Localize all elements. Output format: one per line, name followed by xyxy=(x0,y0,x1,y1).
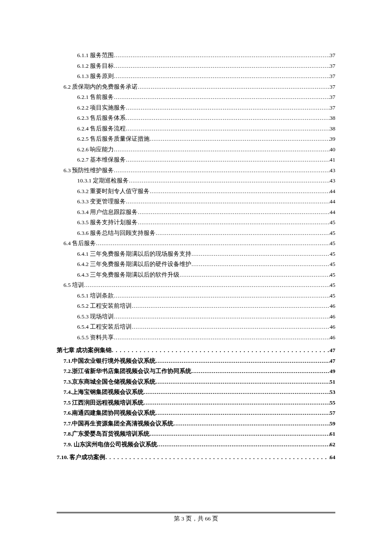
toc-label: 7.9. 山东滨州电信公司视频会议系统 xyxy=(63,439,157,450)
toc-label: 6.3.2 重要时刻专人值守服务 xyxy=(77,186,150,197)
toc-label: 6.4.2 三年免费服务期满以后的硬件设备维护 xyxy=(77,259,191,270)
toc-page-number: 45 xyxy=(330,238,336,249)
toc-entry[interactable]: 7.2.浙江省新华书店集团视频会议与工作协同系统 ...............… xyxy=(57,366,335,377)
toc-label: 6.3 预防性维护服务 xyxy=(63,165,114,176)
toc-entry[interactable]: 7.10. 客户成功案例 ...........................… xyxy=(57,452,335,463)
toc-entry[interactable]: 10.3.1 定期巡检服务 ..........................… xyxy=(57,176,335,186)
toc-entry[interactable]: 6.5.1 培训条款 .............................… xyxy=(57,291,335,301)
toc-leader-dots: ........................................… xyxy=(114,145,329,155)
toc-label: 7.3.京东商城全国仓储视频会议系统 xyxy=(63,377,156,387)
toc-entry[interactable]: 6.3 预防性维护服务 ............................… xyxy=(57,165,335,176)
toc-page-number: 41 xyxy=(330,155,336,165)
toc-page-number: 43 xyxy=(330,176,336,186)
toc-page-number: 49 xyxy=(330,366,336,377)
toc-entry[interactable]: 6.4 售后服务 ...............................… xyxy=(57,238,335,249)
toc-leader-dots: ........................................… xyxy=(129,176,329,186)
toc-entry[interactable]: 6.3.4 用户信息跟踪服务 .........................… xyxy=(57,207,335,218)
toc-entry[interactable]: 6.1.1 服务范围 .............................… xyxy=(57,50,335,61)
toc-entry[interactable]: 6.1.2 服务目标 .............................… xyxy=(57,61,335,72)
toc-label: 6.5.4 工程安装后培训 xyxy=(77,322,132,332)
toc-entry[interactable]: 7.7.中国再生资源集团全高清视频会议系统 ..................… xyxy=(57,419,335,429)
toc-label: 6.1.1 服务范围 xyxy=(77,50,114,61)
toc-page-number: 37 xyxy=(330,61,336,72)
toc-page-number: 53 xyxy=(330,387,336,398)
toc-entry[interactable]: 7.3.京东商城全国仓储视频会议系统 .....................… xyxy=(57,377,335,387)
toc-page-number: 37 xyxy=(330,92,336,103)
toc-entry[interactable]: 6.2.4 售后服务流程 ...........................… xyxy=(57,124,335,134)
toc-entry[interactable]: 6.3.3 变更管理服务 ...........................… xyxy=(57,197,335,207)
toc-leader-dots: ........................................… xyxy=(191,366,329,377)
toc-entry[interactable]: 7.8.广东爱婴岛百货视频培训系统 ......................… xyxy=(57,429,335,439)
toc-entry[interactable]: 6.5.5 资料共享 .............................… xyxy=(57,332,335,343)
toc-page-number: 62 xyxy=(330,439,336,450)
toc-leader-dots: ........................................… xyxy=(156,356,329,367)
toc-entry[interactable]: 6.4.2 三年免费服务期满以后的硬件设备维护 ................… xyxy=(57,259,335,270)
toc-entry[interactable]: 第七章 成功案例集锦 .............................… xyxy=(57,345,335,356)
toc-page-number: 46 xyxy=(330,332,336,343)
toc-entry[interactable]: 6.2 质保期内的免费服务承诺 ........................… xyxy=(57,82,335,92)
toc-label: 6.4.3 三年免费服务期满以后的软件升级 xyxy=(77,270,179,280)
toc-label: 6.5 培训 xyxy=(63,280,84,291)
toc-page: 6.1.1 服务范围 .............................… xyxy=(0,0,392,463)
toc-entry[interactable]: 7.5 江西润田远程视频培训系统 .......................… xyxy=(57,398,335,408)
toc-entry[interactable]: 7.4.上海宝钢集团视频会议系统 .......................… xyxy=(57,387,335,398)
toc-label: 7.4.上海宝钢集团视频会议系统 xyxy=(63,387,144,398)
toc-leader-dots: ........................................… xyxy=(114,312,329,322)
toc-leader-dots: ........................................… xyxy=(114,332,329,343)
toc-label: 6.1.3 服务原则 xyxy=(77,71,114,82)
toc-entry[interactable]: 6.2.3 售后服务体系 ...........................… xyxy=(57,113,335,124)
toc-entry[interactable]: 6.4.1 三年免费服务期满以后的现场服务支持 ................… xyxy=(57,249,335,260)
toc-entry[interactable]: 6.2.2 项目实施服务 ...........................… xyxy=(57,103,335,113)
toc-entry[interactable]: 6.1.3 服务原则 .............................… xyxy=(57,71,335,82)
toc-entry[interactable]: 6.5.2 工程安装前培训 ..........................… xyxy=(57,301,335,312)
toc-entry[interactable]: 7.1.中国农业银行境外视频会议系统 .....................… xyxy=(57,356,335,367)
toc-leader-dots: ........................................… xyxy=(150,134,329,145)
toc-leader-dots: ........................................… xyxy=(173,419,329,429)
toc-entry[interactable]: 6.2.7 基本维保服务 ...........................… xyxy=(57,155,335,165)
toc-entry[interactable]: 7.6.南通四建集团协同视频会议系统 .....................… xyxy=(57,408,335,419)
toc-leader-dots: ........................................… xyxy=(191,249,329,260)
toc-entry[interactable]: 6.5 培训 .................................… xyxy=(57,280,335,291)
toc-label: 7.8.广东爱婴岛百货视频培训系统 xyxy=(63,429,150,439)
page-footer: 第 3 页，共 66 页 xyxy=(0,515,392,523)
toc-page-number: 45 xyxy=(330,259,336,270)
toc-label: 6.2.2 项目实施服务 xyxy=(77,103,126,113)
toc-page-number: 38 xyxy=(330,113,336,124)
toc-entry[interactable]: 6.3.2 重要时刻专人值守服务 .......................… xyxy=(57,186,335,197)
toc-entry[interactable]: 6.3.6 服务总结与回顾支持服务 ......................… xyxy=(57,228,335,239)
toc-label: 6.3.3 变更管理服务 xyxy=(77,197,126,207)
toc-label: 6.5.2 工程安装前培训 xyxy=(77,301,132,312)
toc-entry[interactable]: 6.4.3 三年免费服务期满以后的软件升级 ..................… xyxy=(57,270,335,280)
toc-page-number: 37 xyxy=(330,50,336,61)
toc-label: 6.2.1 售前服务 xyxy=(77,92,114,103)
toc-leader-dots: ........................................… xyxy=(150,429,329,439)
toc-entry[interactable]: 7.9. 山东滨州电信公司视频会议系统 ....................… xyxy=(57,439,335,450)
toc-leader-dots: ........................................… xyxy=(105,452,329,463)
toc-page-number: 45 xyxy=(330,291,336,301)
toc-page-number: 46 xyxy=(330,312,336,322)
toc-label: 6.2.3 售后服务体系 xyxy=(77,113,126,124)
toc-page-number: 45 xyxy=(330,249,336,260)
toc-label: 10.3.1 定期巡检服务 xyxy=(77,176,129,186)
toc-label: 7.1.中国农业银行境外视频会议系统 xyxy=(63,356,156,367)
toc-entry[interactable]: 6.5.4 工程安装后培训 ..........................… xyxy=(57,322,335,332)
toc-page-number: 44 xyxy=(330,197,336,207)
toc-entry[interactable]: 6.2.1 售前服务 .............................… xyxy=(57,92,335,103)
toc-page-number: 61 xyxy=(330,429,336,439)
toc-leader-dots: ........................................… xyxy=(144,387,329,398)
toc-leader-dots: ........................................… xyxy=(144,398,329,408)
toc-entry[interactable]: 6.5.3 现场培训 .............................… xyxy=(57,312,335,322)
toc-entry[interactable]: 6.2.5 售后服务质量保证措施 .......................… xyxy=(57,134,335,145)
toc-entry[interactable]: 6.2.6 响应能力 .............................… xyxy=(57,145,335,155)
toc-page-number: 40 xyxy=(330,145,336,155)
toc-page-number: 59 xyxy=(330,419,336,429)
toc-label: 7.7.中国再生资源集团全高清视频会议系统 xyxy=(63,419,173,429)
footer-rule xyxy=(57,512,335,513)
toc-page-number: 44 xyxy=(330,207,336,218)
toc-page-number: 37 xyxy=(330,71,336,82)
toc-leader-dots: ........................................… xyxy=(132,322,329,332)
toc-label: 6.2.6 响应能力 xyxy=(77,145,114,155)
toc-entry[interactable]: 6.3.5 服务支持计划服务 .........................… xyxy=(57,217,335,228)
toc-leader-dots: ........................................… xyxy=(112,345,329,356)
toc-label: 6.3.5 服务支持计划服务 xyxy=(77,217,138,228)
